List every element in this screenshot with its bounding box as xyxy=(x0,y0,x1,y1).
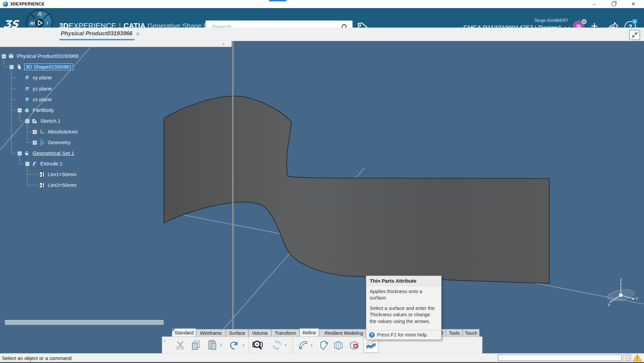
tree-item-label[interactable]: AbsoluteAxis xyxy=(48,129,78,135)
tree-expander-minus[interactable]: − xyxy=(25,119,30,123)
help-circle-icon: ? xyxy=(369,332,375,338)
tree-item-label[interactable]: Geometry xyxy=(48,139,71,146)
tree-item-label[interactable]: Sketch.1 xyxy=(40,118,60,124)
header-bar: ƷS 3DEXPERIENCE|CATIA Generative Shape D… xyxy=(0,8,644,28)
plane-icon xyxy=(24,96,30,103)
update-icon[interactable] xyxy=(270,338,284,352)
tree-item-physical-product03193966[interactable]: −Physical Product03193966 xyxy=(2,52,79,60)
warning-icon[interactable] xyxy=(633,354,642,362)
window-titlebar: 3DEXPERIENCE xyxy=(0,0,644,8)
ribbon-tab-surface[interactable]: Surface xyxy=(226,329,248,336)
tree-item-label[interactable]: 3D Shape01550361 xyxy=(25,64,73,70)
tree-expander-plus[interactable]: + xyxy=(33,130,37,134)
zoom-in-out-icon[interactable] xyxy=(250,338,265,352)
tree-expander-minus[interactable]: − xyxy=(2,54,6,58)
fill-surface-icon[interactable] xyxy=(317,338,331,352)
tree-item-absoluteaxis[interactable]: +AbsoluteAxis xyxy=(33,128,78,135)
horizontal-scrollbar[interactable] xyxy=(5,320,164,325)
tree-expander-minus[interactable]: − xyxy=(9,65,14,69)
tree-item-yz-plane[interactable]: −yz plane xyxy=(17,85,52,92)
tree-item-label[interactable]: Geometrical Set.1 xyxy=(33,150,74,156)
tree-item-geometrical-set-1[interactable]: −Geometrical Set.1 xyxy=(17,150,74,157)
ribbon-tab-resilient-modeling[interactable]: Resilient Modeling xyxy=(319,329,369,336)
tree-item-xy-plane[interactable]: −xy plane xyxy=(17,74,52,81)
thin-parts-attribute-icon[interactable] xyxy=(364,338,378,352)
maximize-button[interactable] xyxy=(606,0,622,8)
action-bar-collapse-icon[interactable]: ⌄ xyxy=(163,337,167,342)
ribbon-tab-refine[interactable]: Refine xyxy=(300,328,319,336)
ribbon-tab-volume[interactable]: Volume xyxy=(248,329,271,336)
remove-face-icon[interactable] xyxy=(347,338,361,352)
tree-item-label[interactable]: Extrude.1 xyxy=(40,161,62,167)
close-button[interactable]: ✕ xyxy=(626,0,641,8)
undo-dropdown-arrow[interactable]: ▾ xyxy=(243,344,244,347)
application-window: 3DEXPERIENCE – ✕ ƷS 3DEXPERIENCE|CATIA G… xyxy=(0,0,644,363)
tooltip-title: Thin Parts Attribute xyxy=(366,276,441,286)
document-tab[interactable]: Physical Product03193966 xyxy=(61,30,133,37)
tree-item-label[interactable]: PartBody xyxy=(33,107,54,113)
power-input-field[interactable] xyxy=(498,355,622,361)
ribbon-tab-touch[interactable]: Touch xyxy=(463,329,479,336)
tree-item-3d-shape01550361[interactable]: −3D Shape01550361 xyxy=(9,63,73,71)
tree-item-label[interactable]: Lim2=50mm xyxy=(48,182,77,188)
tree-panel-header[interactable] xyxy=(0,41,232,47)
tree-item-lim1-50mm[interactable]: −Lim1=50mm xyxy=(33,171,77,178)
active-tab-underline xyxy=(59,39,134,40)
user-name: Serge ISAMBERT xyxy=(467,18,568,23)
tree-item-lim2-50mm[interactable]: −Lim2=50mm xyxy=(33,182,77,189)
tooltip-line2: Select a surface and enter the Thickness… xyxy=(370,305,438,324)
tree-expander-minus[interactable]: − xyxy=(17,151,22,156)
paste-icon[interactable] xyxy=(205,338,220,352)
sweep-dropdown-arrow[interactable]: ▾ xyxy=(311,344,313,347)
sketch-icon xyxy=(31,118,38,124)
power-input-toggle[interactable] xyxy=(623,354,631,361)
ribbon-tab-tools[interactable]: Tools xyxy=(446,329,463,336)
axis-icon xyxy=(39,128,45,135)
tree-item-label[interactable]: yz plane xyxy=(33,86,52,92)
plane-icon xyxy=(24,74,30,81)
plane-icon xyxy=(24,85,30,92)
product-icon xyxy=(8,53,14,59)
toolbar-separator xyxy=(248,337,249,353)
ribbon-tab-standard[interactable]: Standard xyxy=(172,328,196,336)
viewport-graphics: Z Y X xyxy=(0,41,644,355)
tree-item-geometry[interactable]: +Geometry xyxy=(33,139,71,146)
tree-expander-minus[interactable]: − xyxy=(25,162,30,166)
paste-dropdown-arrow[interactable]: ▾ xyxy=(220,344,222,347)
tooltip-line1: Applies thickness onto a surface. xyxy=(370,288,438,301)
cut-icon[interactable] xyxy=(173,338,187,352)
status-message: Select an object or a command xyxy=(2,355,72,361)
axis-x-label: X xyxy=(608,303,610,307)
tree-item-extrude-1[interactable]: −Extrude.1 xyxy=(25,160,62,167)
tree-collapse-chevron-icon[interactable]: ‹ xyxy=(223,41,224,46)
panel-divider[interactable] xyxy=(232,41,233,337)
app-logo-icon xyxy=(3,1,8,7)
tree-item-zx-plane[interactable]: −zx plane xyxy=(17,96,52,103)
sweep-icon[interactable] xyxy=(296,338,310,352)
close-surface-icon[interactable] xyxy=(331,338,346,352)
tree-item-label[interactable]: xy plane xyxy=(33,75,52,81)
tree-expander-minus[interactable]: − xyxy=(17,108,22,113)
new-tab-button[interactable]: + xyxy=(136,30,140,38)
top-accent-notch xyxy=(269,0,286,1)
minimize-button[interactable]: – xyxy=(587,0,602,8)
ribbon-tab-transform[interactable]: Transform xyxy=(271,329,300,336)
navigation-axes[interactable]: Z Y X xyxy=(607,278,638,307)
undo-icon[interactable] xyxy=(228,338,242,352)
extrude-icon xyxy=(31,160,38,167)
shape-icon xyxy=(15,64,22,70)
extruded-surface[interactable] xyxy=(164,96,549,283)
tree-item-partbody[interactable]: −PartBody xyxy=(17,107,54,114)
tree-item-label[interactable]: Lim1=50mm xyxy=(48,171,77,177)
update-dropdown-arrow[interactable]: ▾ xyxy=(285,344,286,347)
ribbon-tab-wireframe[interactable]: Wireframe xyxy=(196,329,226,336)
tree-expander-plus[interactable]: + xyxy=(33,140,37,145)
tree-item-sketch-1[interactable]: −Sketch.1 xyxy=(25,117,60,125)
help-notification-badge: ▲ xyxy=(633,19,637,24)
compass-3d-quadrant: 3D xyxy=(30,21,35,25)
axis-z-label: Z xyxy=(620,278,622,282)
collapse-window-icon[interactable] xyxy=(629,30,640,40)
tree-item-label[interactable]: zx plane xyxy=(33,96,52,103)
tree-item-label[interactable]: Physical Product03193966 xyxy=(17,53,79,59)
copy-icon[interactable] xyxy=(189,338,203,352)
